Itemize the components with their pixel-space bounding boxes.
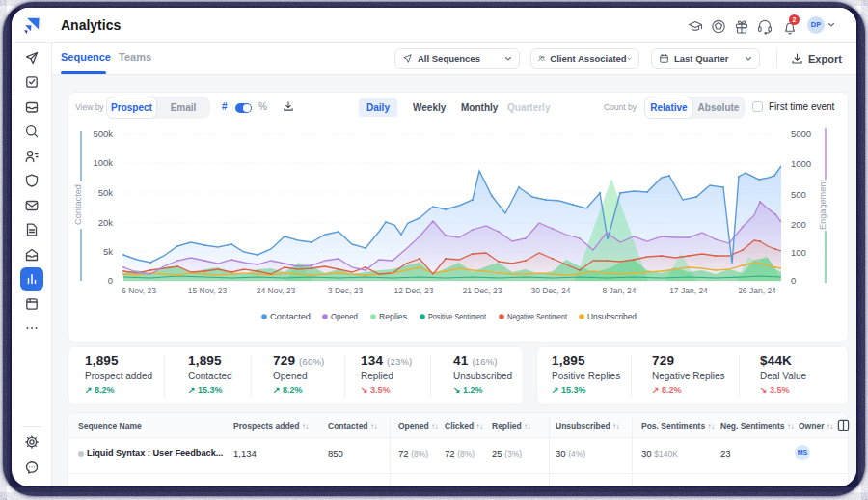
svg-text:1000: 1000: [791, 158, 811, 169]
svg-text:24 Nov, 23: 24 Nov, 23: [257, 286, 296, 295]
svg-text:8 Jan, 24: 8 Jan, 24: [603, 286, 637, 295]
svg-text:Contacted: Contacted: [270, 312, 311, 321]
svg-text:200: 200: [791, 219, 806, 230]
svg-text:500: 500: [791, 189, 806, 200]
svg-text:100: 100: [791, 247, 806, 258]
svg-text:20k: 20k: [98, 217, 114, 228]
svg-text:Unsubscribed: Unsubscribed: [587, 312, 637, 321]
svg-text:26 Jan, 24: 26 Jan, 24: [738, 286, 776, 295]
svg-text:12 Dec, 23: 12 Dec, 23: [393, 286, 433, 295]
svg-text:3 Dec, 23: 3 Dec, 23: [328, 286, 364, 295]
svg-text:Positive Sentiment: Positive Sentiment: [428, 312, 487, 321]
svg-text:100k: 100k: [93, 157, 113, 168]
svg-text:21 Dec, 23: 21 Dec, 23: [462, 286, 502, 295]
svg-text:0: 0: [791, 275, 796, 286]
svg-text:15 Nov, 23: 15 Nov, 23: [188, 286, 228, 295]
svg-text:5k: 5k: [103, 246, 113, 257]
svg-text:500k: 500k: [93, 128, 113, 139]
svg-text:30 Dec, 24: 30 Dec, 24: [530, 286, 570, 295]
svg-text:Opened: Opened: [331, 312, 358, 321]
svg-text:17 Jan, 24: 17 Jan, 24: [669, 286, 708, 295]
svg-text:Contacted: Contacted: [73, 184, 83, 225]
svg-text:5000: 5000: [791, 128, 811, 139]
svg-text:Replies: Replies: [379, 312, 407, 321]
svg-text:0: 0: [108, 275, 113, 286]
svg-text:6 Nov, 23: 6 Nov, 23: [122, 286, 156, 295]
svg-text:Negative Sentiment: Negative Sentiment: [507, 312, 568, 321]
svg-text:Engagement: Engagement: [818, 180, 827, 230]
svg-text:50k: 50k: [98, 187, 114, 198]
